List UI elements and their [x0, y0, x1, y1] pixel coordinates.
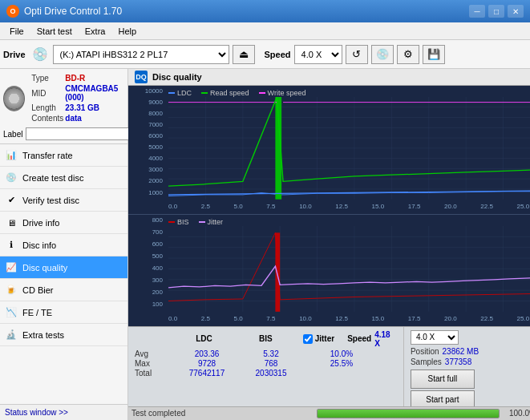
content-area: DQ Disc quality LDC Read speed Write spe…	[128, 69, 530, 420]
speed-label: Speed	[265, 50, 291, 59]
type-label: Type	[31, 74, 63, 83]
legend-jitter: Jitter	[199, 218, 224, 226]
bottom-chart-svg-area	[168, 226, 530, 312]
nav-cd-bier[interactable]: 🍺 CD Bier	[0, 279, 127, 301]
close-button[interactable]: ✕	[508, 5, 524, 18]
bottom-chart-legend: BIS Jitter	[168, 218, 223, 226]
app-icon: O	[6, 5, 19, 18]
total-label: Total	[135, 369, 175, 378]
bottom-chart: BIS Jitter 800 700 600 500 400 300 200 1…	[128, 215, 530, 326]
bottom-chart-y-axis: 800 700 600 500 400 300 200 100	[128, 215, 167, 310]
status-window-button[interactable]: Status window >>	[0, 404, 127, 420]
type-value: BD-R	[65, 74, 123, 83]
total-row: Total 77642117 2030315	[135, 369, 397, 378]
max-label: Max	[135, 359, 175, 368]
position-row: Position 23862 MB	[411, 347, 530, 356]
disc-info-header: Type BD-R MID CMCMAGBA5 (000) Length 23.…	[3, 72, 124, 124]
length-label: Length	[31, 103, 63, 112]
drive-select[interactable]: (K:) ATAPI iHBS312 2 PL17	[53, 45, 229, 64]
nav-verify-test-disc[interactable]: ✔ Verify test disc	[0, 189, 127, 212]
minimize-button[interactable]: ─	[469, 5, 485, 18]
samples-value: 377358	[445, 357, 471, 366]
start-full-button[interactable]: Start full	[411, 370, 475, 389]
total-ldc: 77642117	[175, 369, 239, 378]
drive-info-icon: 🖥	[5, 216, 18, 229]
top-chart: LDC Read speed Write speed 10000 9000 80…	[128, 86, 530, 215]
max-jitter: 25.5%	[310, 359, 374, 368]
toolbar: Drive 💿 (K:) ATAPI iHBS312 2 PL17 ⏏ Spee…	[0, 40, 530, 69]
titlebar: O Opti Drive Control 1.70 ─ □ ✕	[0, 0, 530, 22]
disc-quality-title: Disc quality	[152, 72, 202, 82]
speed-select-stats[interactable]: 4.0 X	[411, 330, 459, 345]
stats-header: LDC BIS Jitter Speed 4.18 X	[135, 330, 397, 348]
speed-select[interactable]: 4.0 X	[294, 45, 342, 64]
nav-drive-info[interactable]: 🖥 Drive info	[0, 212, 127, 234]
stats-right-panel: 4.0 X Position 23862 MB Samples 377358 S…	[404, 327, 530, 413]
legend-ldc: LDC	[168, 89, 192, 97]
nav-disc-quality[interactable]: 📈 Disc quality	[0, 256, 127, 279]
app-title: Opti Drive Control 1.70	[24, 6, 469, 17]
nav-disc-info[interactable]: ℹ Disc info	[0, 234, 127, 256]
mid-value: CMCMAGBA5 (000)	[65, 84, 123, 102]
disc-button[interactable]: 💿	[371, 45, 394, 64]
top-chart-x-axis: 0.0 2.5 5.0 7.5 10.0 12.5 15.0 17.5 20.0…	[168, 200, 530, 214]
bottom-chart-x-axis: 0.0 2.5 5.0 7.5 10.0 12.5 15.0 17.5 20.0…	[168, 312, 530, 326]
nav-transfer-rate[interactable]: 📊 Transfer rate	[0, 144, 127, 167]
transfer-rate-icon: 📊	[5, 149, 18, 162]
create-test-icon: 💿	[5, 172, 18, 184]
nav-extra-tests[interactable]: 🔬 Extra tests	[0, 324, 127, 346]
legend-write-speed: Write speed	[259, 89, 306, 97]
stats-panel: LDC BIS Jitter Speed 4.18 X Avg 203.36	[128, 326, 530, 406]
label-text: Label	[3, 130, 22, 139]
stats-table-area: LDC BIS Jitter Speed 4.18 X Avg 203.36	[128, 327, 404, 413]
drive-icon: 💿	[32, 46, 48, 62]
disc-label-input[interactable]	[26, 127, 132, 140]
avg-label: Avg	[135, 349, 175, 358]
refresh-button[interactable]: ↺	[346, 45, 368, 64]
nav-create-test-disc[interactable]: 💿 Create test disc	[0, 167, 127, 189]
legend-bis: BIS	[168, 218, 189, 226]
sidebar: Type BD-R MID CMCMAGBA5 (000) Length 23.…	[0, 69, 128, 420]
maximize-button[interactable]: □	[488, 5, 504, 18]
top-chart-y-axis: 10000 9000 8000 7000 6000 5000 4000 3000…	[128, 86, 167, 198]
bottom-chart-svg	[168, 226, 530, 312]
max-bis: 768	[239, 359, 303, 368]
progress-bar-area: Test completed 100.0% 36:18	[128, 406, 530, 420]
settings-button[interactable]: ⚙	[397, 45, 419, 64]
contents-label: Contents	[31, 114, 63, 123]
avg-ldc: 203.36	[175, 349, 239, 358]
jitter-checkbox[interactable]	[303, 334, 313, 344]
jitter-header: Jitter	[315, 334, 334, 343]
menu-file[interactable]: File	[3, 25, 30, 38]
avg-jitter: 10.0%	[310, 349, 374, 358]
length-value: 23.31 GB	[65, 103, 123, 112]
menu-start-test[interactable]: Start test	[30, 25, 79, 38]
eject-button[interactable]: ⏏	[233, 45, 255, 64]
disc-label-row: Label ✎	[3, 127, 124, 140]
disc-quality-icon: 📈	[5, 261, 18, 274]
mid-label: MID	[31, 84, 63, 102]
samples-row: Samples 377358	[411, 357, 530, 366]
jitter-checkbox-area: Jitter	[303, 334, 334, 344]
progress-bar-inner	[318, 410, 498, 418]
speed-header: Speed	[347, 334, 371, 343]
menubar: File Start test Extra Help	[0, 22, 530, 40]
samples-label: Samples	[411, 357, 442, 366]
extra-tests-icon: 🔬	[5, 329, 18, 341]
stats-content: LDC BIS Jitter Speed 4.18 X Avg 203.36	[128, 327, 530, 413]
speed-row: 4.0 X	[411, 330, 530, 345]
total-bis: 2030315	[239, 369, 303, 378]
nav-fe-te[interactable]: 📉 FE / TE	[0, 301, 127, 324]
position-value: 23862 MB	[443, 347, 479, 356]
disc-info-icon: ℹ	[5, 239, 18, 252]
top-chart-svg-area	[168, 97, 530, 200]
menu-help[interactable]: Help	[111, 25, 143, 38]
disc-image	[3, 86, 25, 111]
position-label: Position	[411, 347, 439, 356]
top-chart-legend: LDC Read speed Write speed	[168, 89, 305, 97]
menu-extra[interactable]: Extra	[79, 25, 112, 38]
contents-value: data	[65, 114, 123, 123]
max-ldc: 9728	[175, 359, 239, 368]
save-button[interactable]: 💾	[423, 45, 445, 64]
disc-quality-icon-header: DQ	[135, 71, 148, 83]
